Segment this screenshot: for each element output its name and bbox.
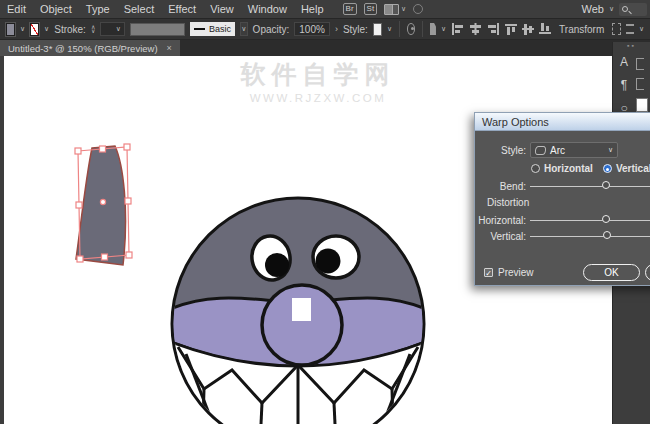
vertical-slider-knob[interactable]: [603, 231, 611, 239]
stroke-weight-dropdown[interactable]: ∨: [100, 22, 125, 36]
panel-tab-edge-icon[interactable]: [636, 78, 644, 90]
stock-icon[interactable]: St: [364, 3, 378, 15]
align-center-icon[interactable]: [469, 21, 482, 38]
warp-options-dialog[interactable]: Warp Options Style: Arc ∨ Horizontal Ver…: [474, 112, 650, 286]
opacity-label: Opacity:: [253, 24, 290, 35]
arrange-icon[interactable]: [612, 23, 620, 35]
cancel-button[interactable]: [645, 264, 650, 281]
arc-icon: [534, 146, 546, 155]
stroke-label: Stroke:: [54, 24, 86, 35]
align-bottom-icon[interactable]: [539, 21, 551, 38]
vertical-distortion-label: Vertical:: [475, 231, 526, 242]
panel-tab-edge-icon[interactable]: [636, 58, 644, 70]
panel-options-icon[interactable]: [626, 24, 634, 34]
right-pupil: [316, 249, 341, 274]
center-point-handle: [100, 199, 105, 204]
align-middle-icon[interactable]: [522, 21, 534, 38]
opacity-value[interactable]: 100%: [294, 22, 330, 36]
baikinman-face[interactable]: [168, 198, 428, 424]
distortion-section-label: Distortion: [487, 197, 529, 208]
graphic-style-swatch[interactable]: [373, 23, 382, 36]
menu-help[interactable]: Help: [294, 3, 331, 15]
recolor-artwork-icon[interactable]: [407, 23, 415, 35]
align-top-icon[interactable]: [505, 21, 517, 38]
selected-shape[interactable]: [75, 144, 132, 265]
brush-dropdown-icon[interactable]: ∨: [240, 22, 248, 36]
align-left-icon[interactable]: [451, 21, 464, 38]
bend-slider[interactable]: [530, 186, 650, 187]
radio-vertical[interactable]: Vertical: [603, 163, 650, 174]
nose-circle: [262, 285, 342, 365]
warped-path[interactable]: [76, 146, 126, 265]
ok-button[interactable]: OK: [583, 264, 640, 281]
menu-select[interactable]: Select: [117, 3, 162, 15]
search-input[interactable]: [619, 3, 647, 16]
bridge-icon[interactable]: Br: [343, 3, 357, 15]
document-tab[interactable]: Untitled-3* @ 150% (RGB/Preview) ×: [0, 40, 180, 56]
bend-label: Bend:: [475, 181, 526, 192]
sync-icon[interactable]: [413, 4, 423, 14]
horizontal-distortion-label: Horizontal:: [475, 215, 526, 226]
horizontal-slider-knob[interactable]: [602, 215, 610, 223]
horizontal-distortion-slider[interactable]: [530, 220, 650, 221]
style-label: Style:: [343, 24, 368, 35]
left-pupil: [265, 253, 289, 277]
opacity-expand-icon[interactable]: ›: [335, 24, 338, 34]
stroke-swatch[interactable]: [30, 23, 39, 36]
menu-bar: Edit Object Type Select Effect View Wind…: [0, 0, 650, 18]
dialog-title[interactable]: Warp Options: [475, 113, 650, 131]
menu-effect[interactable]: Effect: [161, 3, 203, 15]
warp-style-value: Arc: [550, 145, 565, 156]
character-panel-icon[interactable]: A: [614, 54, 634, 70]
document-setup-icon[interactable]: [430, 23, 436, 35]
illustrator-window: Edit Object Type Select Effect View Wind…: [0, 0, 650, 424]
warp-style-dropdown[interactable]: Arc ∨: [530, 142, 618, 158]
workspace-label[interactable]: Web: [581, 3, 603, 15]
menu-view[interactable]: View: [203, 3, 241, 15]
nose-highlight: [292, 298, 311, 321]
radio-horizontal[interactable]: Horizontal: [531, 163, 593, 174]
style-label: Style:: [475, 145, 526, 156]
close-tab-icon[interactable]: ×: [167, 43, 172, 53]
layout-switcher-icon[interactable]: ∨: [384, 4, 406, 15]
brush-definition-field[interactable]: Basic: [190, 22, 235, 36]
preview-label: Preview: [498, 267, 534, 278]
brush-name: Basic: [209, 24, 231, 34]
bend-slider-knob[interactable]: [602, 181, 610, 189]
tab-bar: Untitled-3* @ 150% (RGB/Preview) ×: [0, 40, 650, 56]
document-title: Untitled-3* @ 150% (RGB/Preview): [8, 43, 158, 54]
search-icon: [622, 6, 628, 12]
control-bar: ∨ ∨ Stroke: ∧∨ ∨ Basic ∨ Opacity: 100% ›…: [0, 18, 650, 40]
menu-object[interactable]: Object: [33, 3, 79, 15]
swatch-fragment: [636, 98, 648, 112]
fill-swatch[interactable]: [6, 23, 15, 36]
width-profile-field[interactable]: [130, 23, 185, 36]
menu-window[interactable]: Window: [241, 3, 294, 15]
preview-checkbox[interactable]: ✓: [484, 268, 493, 277]
menu-type[interactable]: Type: [79, 3, 117, 15]
paragraph-panel-icon[interactable]: ¶: [614, 77, 634, 93]
vertical-distortion-slider[interactable]: [530, 236, 650, 237]
align-right-icon[interactable]: [487, 21, 500, 38]
stroke-weight-stepper[interactable]: ∧∨: [91, 25, 95, 33]
dock-grip[interactable]: ▪▪: [613, 42, 650, 52]
menu-edit[interactable]: Edit: [0, 3, 33, 15]
tools-panel-edge: [0, 56, 4, 424]
chevron-down-icon: ∨: [608, 146, 613, 154]
transform-label[interactable]: Transform: [559, 24, 604, 35]
